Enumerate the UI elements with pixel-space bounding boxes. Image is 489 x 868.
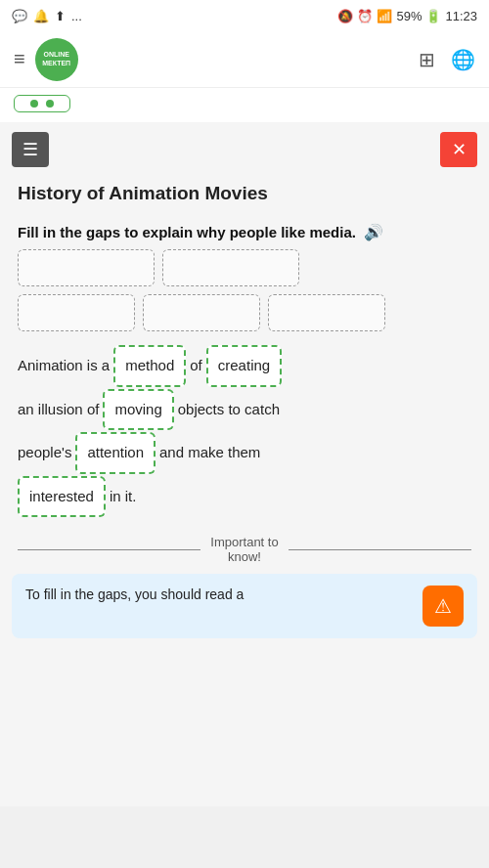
tab-area [0, 88, 489, 122]
sentence-area: Animation is a method of creating an ill… [18, 345, 471, 517]
filled-word-attention[interactable]: attention [75, 432, 156, 474]
nav-icon: ⬆ [55, 9, 66, 23]
content-section: History of Animation Movies Fill in the … [0, 177, 489, 517]
text-peoples: people's [18, 436, 71, 470]
sentence-line-4: interested in it. [18, 476, 471, 518]
boxes-row-2 [18, 294, 471, 331]
hamburger-menu-icon[interactable]: ≡ [14, 48, 25, 70]
battery-percent: 59% [396, 9, 422, 23]
header: ≡ ONLINE МЕКТЕП ⊞ 🌐 [0, 31, 489, 88]
answer-box-4[interactable] [143, 294, 260, 331]
text-in-it: in it. [110, 480, 137, 514]
logo: ONLINE МЕКТЕП [35, 38, 78, 81]
important-line2: know! [210, 549, 278, 564]
whatsapp-icon: 💬 [12, 9, 27, 23]
warning-button[interactable]: ⚠ [422, 586, 464, 627]
text-of: of [190, 349, 202, 383]
close-button[interactable]: ✕ [440, 132, 477, 167]
text-animation-is-a: Animation is a [18, 349, 110, 383]
text-objects-to-catch: objects to catch [178, 393, 280, 427]
answer-box-2[interactable] [162, 249, 299, 286]
sentence-line-3: people's attention and make them [18, 432, 471, 474]
status-right: 🔕 ⏰ 📶 59% 🔋 11:23 [337, 9, 477, 23]
answer-box-5[interactable] [268, 294, 385, 331]
status-dots: ... [71, 9, 82, 23]
text-an-illusion-of: an illusion of [18, 393, 99, 427]
boxes-row-1 [18, 249, 471, 286]
sound-icon[interactable]: 🔊 [364, 222, 383, 243]
filled-word-creating[interactable]: creating [206, 345, 282, 387]
sentence-line-1: Animation is a method of creating [18, 345, 471, 387]
tab-button[interactable] [14, 95, 70, 112]
tip-box: To fill in the gaps, you should read a ⚠ [12, 574, 477, 638]
logo-line2: МЕКТЕП [42, 60, 70, 67]
battery-icon: 🔋 [425, 9, 441, 23]
status-bar: 💬 🔔 ⬆ ... 🔕 ⏰ 📶 59% 🔋 11:23 [0, 0, 489, 31]
main-content: ☰ ✕ History of Animation Movies Fill in … [0, 122, 489, 806]
clock: 11:23 [445, 9, 477, 23]
text-and-make-them: and make them [159, 436, 260, 470]
logo-line1: ONLINE [43, 51, 68, 59]
controls-row: ☰ ✕ [0, 122, 489, 177]
header-left: ≡ ONLINE МЕКТЕП [14, 38, 78, 81]
answer-boxes-area [18, 249, 471, 331]
filled-word-method[interactable]: method [113, 345, 186, 387]
important-section: Important to know! [18, 535, 471, 564]
imp-line-left [18, 549, 200, 551]
page-title: History of Animation Movies [18, 183, 471, 204]
tab-dot2 [46, 100, 54, 108]
menu-button[interactable]: ☰ [12, 132, 49, 167]
sentence-line-2: an illusion of moving objects to catch [18, 389, 471, 431]
filled-word-interested[interactable]: interested [18, 476, 106, 518]
notification-icon: 🔔 [33, 9, 49, 23]
instruction-block: Fill in the gaps to explain why people l… [18, 222, 471, 243]
alarm-icon: ⏰ [357, 9, 373, 23]
instruction-text: Fill in the gaps to explain why people l… [18, 222, 471, 243]
tip-text: To fill in the gaps, you should read a [25, 586, 415, 605]
answer-box-3[interactable] [18, 294, 135, 331]
important-line1: Important to [210, 535, 278, 549]
globe-icon[interactable]: 🌐 [451, 48, 475, 71]
instruction-label: Fill in the gaps to explain why people l… [18, 224, 356, 240]
filled-word-moving[interactable]: moving [103, 389, 173, 431]
header-right: ⊞ 🌐 [419, 48, 475, 71]
imp-line-right [289, 549, 471, 551]
answer-box-1[interactable] [18, 249, 155, 286]
grid-icon[interactable]: ⊞ [419, 48, 435, 71]
status-left: 💬 🔔 ⬆ ... [12, 9, 82, 23]
wifi-icon: 📶 [377, 9, 392, 23]
mute-icon: 🔕 [337, 9, 353, 23]
tab-dot1 [30, 100, 38, 108]
important-label: Important to know! [200, 535, 288, 564]
